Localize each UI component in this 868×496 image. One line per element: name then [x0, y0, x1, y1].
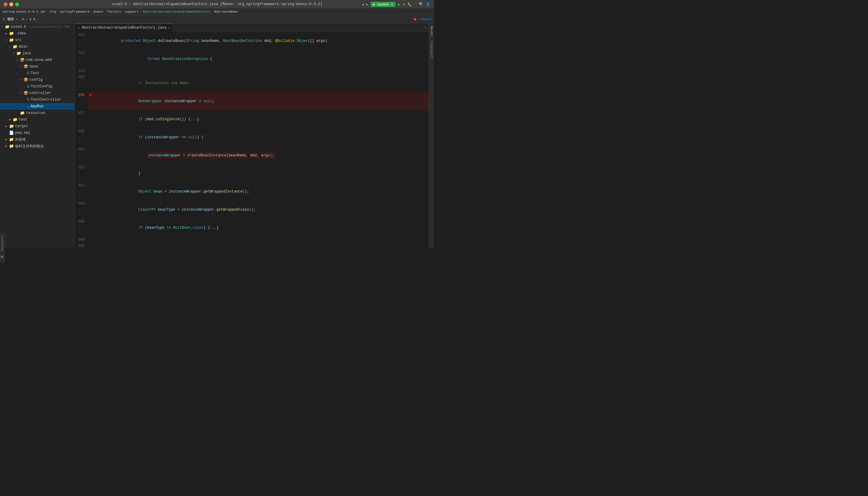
- code-line-563: 563 Object bean = instanceWrapper.getWra…: [75, 183, 429, 201]
- line-code-565: if (beanType != NullBean.class) {...}: [93, 219, 429, 237]
- apprun-run-button[interactable]: ▶ AppRun ▾: [371, 2, 396, 7]
- breadcrumb-springframework[interactable]: springframework: [60, 10, 90, 14]
- sidebar-label-main: main: [19, 45, 28, 49]
- toolbar-icon-1[interactable]: ⚙: [22, 17, 24, 21]
- expand-arrow-src: ▾: [5, 38, 9, 42]
- sidebar-item-testcontroller[interactable]: © TestController: [0, 96, 75, 103]
- line-code-557: if (mbd.isSingleton()) {...}: [93, 110, 429, 128]
- sidebar-path: ~/java/java/seckill-redi: [27, 25, 71, 29]
- tab-close-button[interactable]: ✕: [168, 26, 170, 30]
- toolbar-icon-2[interactable]: ↕: [26, 17, 28, 21]
- user-icon[interactable]: 👤: [426, 2, 430, 6]
- code-line-555: 555 // Instantiate the bean.: [75, 74, 429, 92]
- line-num-556: 556: [75, 92, 88, 110]
- sidebar-label-resources: resources: [26, 111, 46, 115]
- expand-arrow-controller: ▾: [20, 91, 24, 95]
- line-gutter-569: [88, 243, 93, 248]
- classpath-panel-toggle[interactable]: Classpath: [429, 40, 434, 60]
- sidebar-item-main[interactable]: ▾ 📁 main: [0, 43, 75, 50]
- line-gutter-555: [88, 74, 93, 92]
- nav-forward-icon[interactable]: ▶: [366, 2, 368, 6]
- maximize-button[interactable]: [15, 2, 19, 6]
- breadcrumb-jar[interactable]: spring-beans-6.0.2.jar: [2, 10, 46, 14]
- sidebar-item-testconfig[interactable]: © TestConfig: [0, 83, 75, 90]
- line-num-562: 562: [75, 165, 88, 183]
- tab-actions[interactable]: ⋯: [422, 25, 429, 30]
- code-line-568: 568: [75, 237, 429, 243]
- maven-panel-toggle[interactable]: Maven: [429, 25, 434, 37]
- line-gutter-557: [88, 110, 93, 128]
- nav-back-icon[interactable]: ◀: [362, 2, 364, 6]
- line-code-569: // Allow post-processors to modify the m…: [93, 243, 429, 248]
- xml-icon-pom: 📄: [9, 130, 14, 135]
- close-button[interactable]: [4, 2, 7, 6]
- line-num-569: 569: [75, 243, 88, 248]
- sidebar-item-src[interactable]: ▾ 📁 src: [0, 37, 75, 43]
- tab-abstract-bean-factory[interactable]: ☕ AbstractAutowireCapableBeanFactory.jav…: [75, 24, 173, 32]
- sidebar-item-resources[interactable]: 📁 resources: [0, 110, 75, 116]
- sidebar-item-pom[interactable]: 📄 pom.xml: [0, 129, 75, 136]
- line-num-555: 555: [75, 74, 88, 92]
- minimize-button[interactable]: [9, 2, 13, 6]
- breadcrumb-factory[interactable]: factory: [107, 10, 121, 14]
- expand-arrow-target: ▶: [5, 124, 9, 128]
- breadcrumb-org[interactable]: org: [50, 10, 56, 14]
- expand-arrow-comossaweb: ▾: [16, 58, 20, 62]
- breakpoint-indicator[interactable]: [89, 93, 92, 96]
- right-panel-strip: Maven Classpath: [429, 24, 434, 248]
- breadcrumb-method[interactable]: doCreateBean: [214, 10, 238, 14]
- line-gutter-554: [88, 68, 93, 74]
- action-bar-right: 🔖 ✓ Maven: [413, 17, 432, 21]
- toolbar-icon-5[interactable]: −: [37, 17, 39, 21]
- breadcrumb-beans[interactable]: beans: [93, 10, 103, 14]
- debug-icon[interactable]: 🐛: [407, 2, 412, 6]
- window-controls: [4, 2, 19, 6]
- code-container: 552 protected Object doCreateBean(String…: [75, 32, 429, 248]
- expand-arrow-main: ▾: [9, 45, 13, 48]
- line-num-553: 553: [75, 50, 88, 68]
- build-icon[interactable]: ⚙: [403, 2, 405, 6]
- toolbar-icon-3[interactable]: ⇅: [30, 17, 32, 21]
- search-icon[interactable]: 🔍: [419, 2, 423, 6]
- sidebar-item-apprun[interactable]: ☕ AppRun: [0, 103, 75, 110]
- line-num-563: 563: [75, 183, 88, 201]
- line-num-561: 561: [75, 146, 88, 165]
- sidebar-label-target: target: [15, 124, 28, 128]
- folder-icon-external: 📁: [9, 137, 14, 142]
- sidebar-label-testcontroller: TestController: [31, 98, 61, 102]
- sidebar-item-java[interactable]: ▾ 📁 java: [0, 50, 75, 57]
- sidebar-item-external[interactable]: ▶ 📁 外部库: [0, 136, 75, 143]
- class-icon-testconfig: ©: [27, 84, 30, 89]
- expand-arrow-config: ▾: [20, 78, 24, 82]
- sidebar-item-ossa3[interactable]: ▾ 📁 ossa3.0 ~/java/java/seckill-redi: [0, 24, 75, 30]
- sidebar-item-target[interactable]: ▶ 📁 target: [0, 123, 75, 129]
- line-code-568: [93, 237, 429, 243]
- breadcrumb-class[interactable]: AbstractAutowireCapableBeanFactory: [142, 10, 210, 14]
- line-num-554: 554: [75, 68, 88, 74]
- sidebar-item-bean[interactable]: ▾ 📦 bean: [0, 63, 75, 70]
- sidebar-item-config[interactable]: ▾ 📦 config: [0, 77, 75, 83]
- sidebar-item-idea[interactable]: ▶ 📁 .idea: [0, 30, 75, 37]
- hamburger-icon[interactable]: ☰: [2, 17, 5, 21]
- line-gutter-562: [88, 165, 93, 183]
- run-icon[interactable]: ▶: [398, 2, 400, 7]
- breadcrumb-support[interactable]: support: [125, 10, 139, 14]
- dropdown-icon[interactable]: ▾: [16, 17, 18, 21]
- code-line-554: 554: [75, 68, 429, 74]
- line-num-552: 552: [75, 32, 88, 50]
- bookmark-icon[interactable]: 🔖: [413, 17, 417, 21]
- stop-icon[interactable]: ■: [414, 2, 417, 6]
- sidebar-item-test-class[interactable]: © Test: [0, 70, 75, 77]
- line-code-563: Object bean = instanceWrapper.getWrapped…: [93, 183, 429, 201]
- editor-content[interactable]: 552 protected Object doCreateBean(String…: [75, 32, 429, 248]
- check-icon[interactable]: ✓: [418, 17, 420, 21]
- code-line-562: 562 }: [75, 165, 429, 183]
- sidebar-item-comossaweb[interactable]: ▾ 📦 com.ossa.web: [0, 57, 75, 63]
- sidebar-label-idea: .idea: [15, 31, 26, 35]
- toolbar-icon-4[interactable]: ⚙: [33, 17, 35, 21]
- sidebar-item-scratch[interactable]: ▶ 📁 临时文件和控制台: [0, 143, 75, 150]
- code-line-569: 569 // Allow post-processors to modify t…: [75, 243, 429, 248]
- bookmarks-label[interactable]: Bookmarks: [1, 236, 4, 248]
- sidebar-item-test-folder[interactable]: ▶ 📁 test: [0, 116, 75, 123]
- sidebar-item-controller[interactable]: ▾ 📦 controller: [0, 90, 75, 96]
